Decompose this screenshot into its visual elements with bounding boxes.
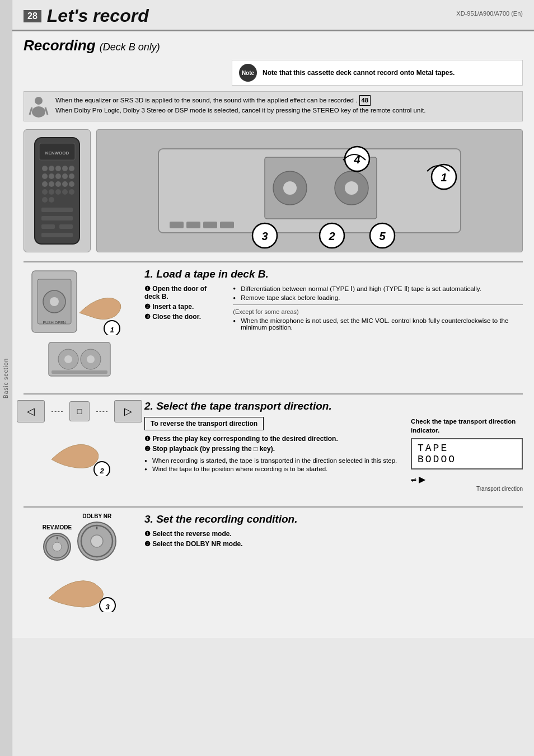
step1-instructions: Open the door of deck B. Insert a tape. … (144, 285, 222, 321)
svg-point-18 (49, 181, 54, 187)
svg-point-20 (62, 181, 68, 187)
step2-content: 2. Select the tape transport direction. … (144, 400, 523, 492)
connector-dot-1 (51, 411, 63, 412)
dolby-nr-label: DOLBY NR (82, 513, 111, 519)
svg-point-7 (42, 166, 48, 171)
transport-direction-label: Transport direction (411, 486, 523, 492)
step2-section: ◁ □ ▷ 2 2. Select the tape (24, 393, 523, 497)
svg-point-9 (55, 166, 61, 171)
step3-content: 3. Set the recording condition. Select t… (144, 513, 523, 612)
step1-note-bullets: When the microphone is not used, set the… (233, 317, 523, 331)
svg-rect-33 (41, 233, 73, 237)
step3-image-area: REV.MODE DOLBY NR (24, 513, 135, 612)
step1-note-label: (Except for some areas) (233, 308, 523, 315)
svg-point-57 (50, 297, 59, 306)
svg-point-22 (42, 189, 48, 195)
svg-point-19 (55, 181, 61, 187)
dolby-nr-knob (77, 522, 116, 561)
rev-mode-label: REV.MODE (43, 524, 72, 530)
svg-point-25 (62, 189, 68, 195)
step1-instruction-3: Close the door. (144, 313, 222, 321)
note-text: Note that this cassette deck cannot reco… (263, 69, 455, 77)
svg-text:5: 5 (379, 230, 386, 242)
svg-rect-29 (41, 208, 73, 212)
step1-bullet-2: Remove tape slack before loading. (233, 294, 523, 301)
svg-text:2: 2 (328, 230, 335, 242)
step2-hand-svg: 2 (46, 431, 113, 476)
sidebar-label: Basic section (3, 358, 9, 398)
connector-dot-2 (96, 411, 107, 412)
info-box: When the equalizer or SRS 3D is applied … (24, 91, 523, 121)
step1-bullet-1: Differentiation between normal (TYPE Ⅰ) … (233, 285, 523, 293)
svg-text:3: 3 (105, 603, 110, 611)
svg-rect-42 (203, 222, 217, 228)
main-unit-svg: 4 1 3 2 5 (153, 132, 466, 250)
step2-bullet-2: Wind the tape to the position where reco… (144, 466, 402, 472)
step3-instruction-2: Select the DOLBY NR mode. (144, 540, 523, 548)
svg-rect-30 (41, 216, 73, 220)
step3-hand-svg: 3 (43, 567, 116, 612)
svg-point-26 (69, 189, 74, 195)
svg-point-17 (42, 181, 48, 187)
sidebar-strip: Basic section (0, 0, 12, 756)
svg-point-73 (91, 535, 103, 547)
svg-point-24 (55, 189, 61, 195)
svg-point-23 (49, 189, 54, 195)
svg-text:PUSH OPEN: PUSH OPEN (43, 321, 65, 325)
double-arrow-icon: ⇌ (411, 476, 416, 483)
step1-instruction-2: Insert a tape. (144, 303, 222, 311)
step1-content: 1. Load a tape in deck B. Open the door … (144, 268, 523, 379)
svg-rect-43 (220, 222, 234, 228)
info-text-block: When the equalizer or SRS 3D is applied … (55, 95, 425, 115)
svg-text:KENWOOD: KENWOOD (45, 151, 69, 156)
step3-section: REV.MODE DOLBY NR (24, 506, 523, 618)
svg-rect-41 (186, 222, 200, 228)
svg-rect-40 (170, 222, 184, 228)
svg-point-12 (42, 173, 48, 179)
step2-instructions: Press the play key corresponding to the … (144, 435, 402, 453)
step3-controls-img: REV.MODE DOLBY NR (43, 513, 116, 561)
stop-button-img: □ (69, 401, 90, 421)
step1-unit-svg (46, 340, 113, 379)
svg-point-14 (55, 173, 61, 179)
page-header: 28 Let's record XD-951/A900/A700 (En) (12, 0, 534, 31)
note-box: Note Note that this cassette deck cannot… (232, 60, 523, 86)
step1-instruction-1: Open the door of deck B. (144, 285, 222, 300)
main-unit-image: 4 1 3 2 5 (96, 129, 523, 252)
svg-point-15 (62, 173, 68, 179)
play-arrow-icon: ▶ (419, 474, 425, 485)
svg-point-10 (62, 166, 68, 171)
transport-direction-box: To reverse the transport direction (144, 417, 264, 430)
svg-point-27 (42, 197, 48, 203)
svg-line-2 (30, 107, 32, 115)
step3-instruction-1: Select the reverse mode. (144, 530, 523, 538)
step1-deck-svg: PUSH OPEN 1 (29, 268, 130, 335)
remote-svg: KENWOOD (29, 135, 85, 247)
step2-instruction-1: Press the play key corresponding to the … (144, 435, 402, 443)
step2-instruction-2: Stop playback (by pressing the □ key). (144, 445, 402, 453)
svg-point-21 (69, 181, 74, 187)
page-title: Let's record (47, 6, 149, 26)
step2-buttons-row: ◁ □ ▷ (17, 400, 142, 422)
check-label: Check the tape transport direction indic… (411, 417, 523, 435)
step1-note-bullet: When the microphone is not used, set the… (233, 317, 523, 331)
step2-right-column: Check the tape transport direction indic… (411, 417, 523, 492)
svg-rect-32 (59, 224, 73, 229)
svg-point-11 (69, 166, 74, 171)
svg-point-70 (53, 542, 62, 551)
note-icon: Note (239, 64, 257, 82)
tape-indicator: TAPE BODOO ⇌ ▶ Transport direction (411, 438, 523, 492)
person-icon (27, 95, 50, 118)
step2-bullets: When recording is started, the tape is t… (144, 457, 402, 472)
recording-subtitle: (Deck B only) (100, 41, 160, 53)
step3-title: 3. Set the recording condition. (144, 513, 523, 525)
svg-point-39 (345, 181, 358, 195)
svg-text:3: 3 (261, 230, 268, 242)
step3-instructions: Select the reverse mode. Select the DOLB… (144, 530, 523, 548)
recording-title: Recording (Deck B only) (24, 37, 523, 54)
step1-section: PUSH OPEN 1 (24, 261, 523, 384)
step2-left-column: To reverse the transport direction Press… (144, 417, 402, 492)
step1-bullets: Differentiation between normal (TYPE Ⅰ) … (233, 285, 523, 301)
play-forward-button-img: ▷ (114, 400, 142, 422)
svg-point-0 (35, 97, 43, 105)
